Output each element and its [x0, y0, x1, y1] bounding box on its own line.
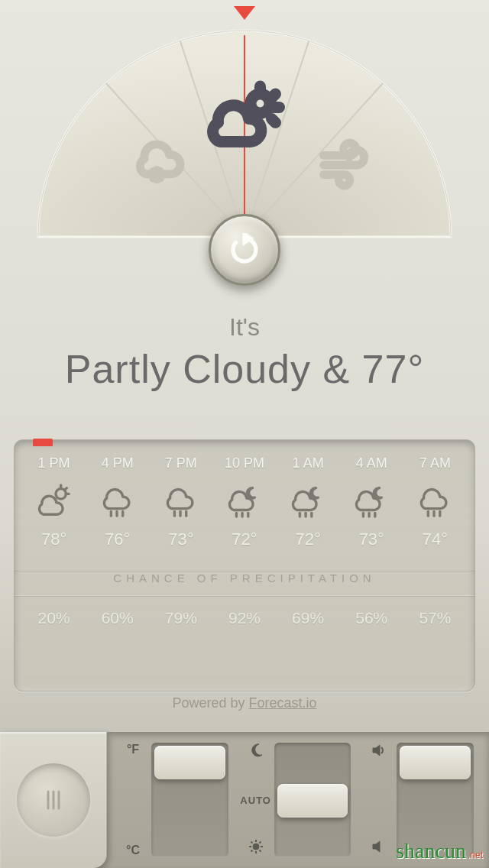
- svg-line-11: [272, 94, 276, 98]
- hourly-forecast-panel: 1 PM78°4 PM76°7 PM73°10 PM72°1 AM72°4 AM…: [14, 439, 475, 691]
- hour-temp: 76°: [86, 530, 149, 549]
- unit-slider-thumb[interactable]: [154, 746, 225, 779]
- hour-time: 7 PM: [149, 455, 212, 471]
- dial-pointer-icon: [234, 6, 255, 20]
- night-rain-icon: [340, 482, 403, 519]
- unit-bottom-label: °C: [126, 844, 140, 857]
- rain-icon: [86, 482, 149, 519]
- forecast-hour[interactable]: 4 PM76°: [86, 455, 149, 549]
- brightness-auto-label: AUTO: [240, 795, 271, 806]
- precip-value: 92%: [212, 609, 276, 627]
- menu-tab[interactable]: [0, 732, 107, 868]
- rain-icon: [149, 482, 212, 519]
- volume-high-icon: [371, 743, 386, 761]
- hour-temp: 73°: [340, 530, 403, 549]
- forecast-hour[interactable]: 7 PM73°: [149, 455, 212, 549]
- forecast-hour[interactable]: 7 AM74°: [403, 455, 467, 549]
- current-hour-marker: [33, 439, 53, 446]
- forecast-hour[interactable]: 1 AM72°: [277, 455, 340, 549]
- forecast-hour[interactable]: 1 PM78°: [22, 455, 86, 549]
- precip-value: 56%: [340, 609, 403, 627]
- attribution-prefix: Powered by: [172, 695, 244, 711]
- night-rain-icon: [212, 482, 276, 519]
- refresh-icon: [228, 233, 261, 267]
- hour-time: 7 AM: [403, 455, 467, 471]
- headline-prefix: It's: [0, 313, 489, 342]
- hour-time: 4 PM: [86, 455, 149, 471]
- hour-time: 10 PM: [212, 455, 276, 471]
- svg-line-45: [259, 850, 261, 852]
- unit-top-label: °F: [127, 743, 139, 756]
- menu-dial-icon: [17, 763, 90, 837]
- brightness-slider[interactable]: AUTO: [238, 743, 351, 857]
- svg-line-46: [259, 842, 261, 844]
- moon-icon: [248, 743, 264, 761]
- weather-dial: [15, 0, 474, 267]
- volume-slider-thumb[interactable]: [400, 746, 471, 779]
- forecast-hour[interactable]: 4 AM73°: [340, 455, 403, 549]
- precip-row: 20%60%79%92%69%56%57%: [15, 596, 474, 640]
- svg-point-39: [253, 844, 259, 850]
- night-rain-icon: [277, 482, 340, 519]
- precip-value: 57%: [403, 609, 467, 627]
- svg-line-17: [64, 488, 66, 491]
- hour-temp: 72°: [212, 530, 276, 549]
- unit-slider[interactable]: °F °C: [115, 743, 228, 857]
- hour-time: 1 PM: [22, 455, 86, 471]
- svg-line-44: [251, 842, 252, 844]
- brightness-slider-thumb[interactable]: [277, 784, 348, 818]
- precip-value: 60%: [86, 609, 149, 627]
- rain-icon: [403, 482, 467, 519]
- svg-line-47: [251, 850, 252, 852]
- hour-time: 1 AM: [277, 455, 340, 471]
- bottom-controls: °F °C AUTO: [0, 732, 489, 868]
- volume-slider[interactable]: [360, 743, 474, 857]
- precip-value: 69%: [277, 609, 340, 627]
- volume-low-icon: [371, 839, 386, 857]
- svg-line-8: [154, 171, 160, 178]
- attribution-link[interactable]: Forecast.io: [249, 695, 317, 711]
- svg-line-13: [272, 119, 276, 123]
- precip-value: 79%: [149, 609, 212, 627]
- partly-cloudy-icon: [22, 482, 86, 519]
- precip-heading: CHANCE OF PRECIPITATION: [15, 571, 474, 596]
- refresh-button[interactable]: [209, 214, 280, 286]
- hour-temp: 72°: [277, 530, 340, 549]
- forecast-hours-row: 1 PM78°4 PM76°7 PM73°10 PM72°1 AM72°4 AM…: [15, 440, 474, 549]
- hour-temp: 73°: [149, 530, 212, 549]
- forecast-hour[interactable]: 10 PM72°: [212, 455, 276, 549]
- hour-time: 4 AM: [340, 455, 403, 471]
- precip-value: 20%: [22, 609, 86, 627]
- attribution: Powered by Forecast.io: [0, 695, 489, 711]
- headline-condition: Partly Cloudy & 77°: [0, 346, 489, 392]
- sun-icon: [248, 839, 264, 857]
- hour-temp: 78°: [22, 530, 86, 549]
- hour-temp: 74°: [403, 530, 467, 549]
- current-conditions: It's Partly Cloudy & 77°: [0, 313, 489, 392]
